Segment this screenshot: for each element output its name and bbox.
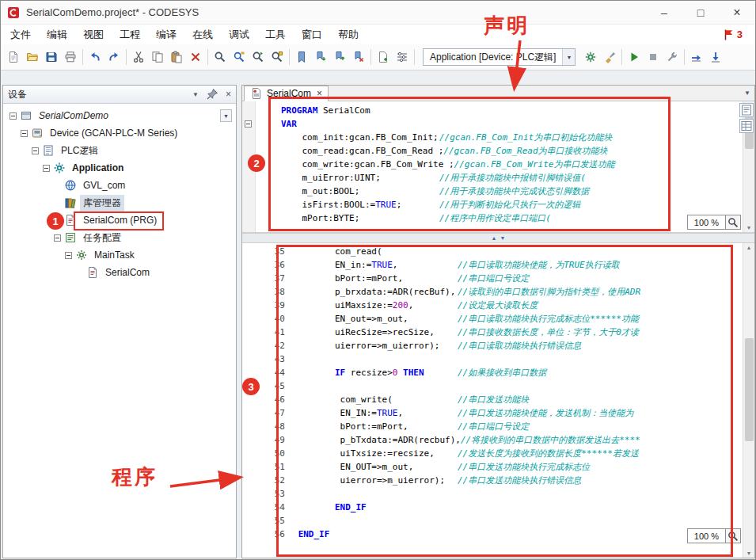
menu-item-9[interactable]: 帮助	[330, 25, 367, 44]
tabular-view-button[interactable]	[739, 119, 754, 133]
panel-close-icon[interactable]	[226, 89, 231, 100]
expander-icon[interactable]	[9, 112, 17, 120]
line-number: 40	[242, 312, 293, 326]
tree-row-device[interactable]: Device (GCAN-PLC-M Series)	[3, 124, 236, 142]
menu-item-3[interactable]: 工程	[112, 25, 148, 44]
undo-button[interactable]	[85, 48, 104, 67]
delete-button[interactable]	[186, 48, 205, 67]
menu-item-0[interactable]: 文件	[2, 25, 39, 44]
expander-icon[interactable]	[65, 252, 72, 259]
tree-row-maintask[interactable]: MainTask	[3, 246, 236, 264]
doc-view-button[interactable]	[739, 103, 754, 117]
splitter-down-icon[interactable]	[500, 235, 506, 241]
combo-dropdown-icon[interactable]	[562, 49, 575, 65]
menu-item-5[interactable]: 在线	[184, 25, 221, 44]
tree-root-dropdown-button[interactable]	[220, 109, 232, 122]
implementation-scrollbar[interactable]	[743, 243, 754, 558]
minimize-button[interactable]	[646, 1, 682, 24]
scroll-up-icon[interactable]	[747, 245, 752, 250]
step-into-button[interactable]	[706, 48, 725, 67]
properties-button[interactable]	[393, 48, 412, 67]
code-comment: //发送长度为接收到的数据长度******若发送	[458, 448, 639, 459]
menu-item-8[interactable]: 窗口	[294, 25, 330, 44]
fold-collapse-icon[interactable]	[245, 120, 252, 128]
declaration-zoom-button[interactable]	[726, 215, 741, 230]
tree-row-plc-logic[interactable]: PLC逻辑	[3, 142, 236, 159]
tree-row-gvl-com[interactable]: GVL_com	[3, 177, 236, 194]
expander-icon[interactable]	[32, 147, 39, 154]
code-line-50: 50 uiTxsize:=recsize,//发送长度为接收到的数据长度****…	[242, 447, 743, 460]
bookmark-toggle-button[interactable]	[292, 48, 311, 67]
redo-icon	[108, 51, 120, 63]
settings-button[interactable]	[663, 48, 682, 67]
editor-tabbar: SerialCom	[242, 86, 754, 101]
build-button[interactable]	[581, 48, 600, 67]
menu-item-4[interactable]: 编译	[148, 25, 184, 44]
scroll-down-icon[interactable]	[747, 550, 752, 556]
bookmark-prev-button[interactable]	[330, 48, 349, 67]
declaration-zoom-value[interactable]: 100 %	[687, 215, 726, 230]
find-replace-button[interactable]	[230, 48, 249, 67]
toolbar-separator	[82, 49, 83, 65]
code-line-3: com_init:gcan.FB_Com_Init;//gcan.FB_Com_…	[281, 131, 743, 144]
application-combo[interactable]: Application [Device: PLC逻辑]	[423, 48, 576, 66]
implementation-zoom-button[interactable]	[726, 528, 741, 543]
magnifier-icon	[727, 216, 739, 229]
scroll-thumb[interactable]	[745, 338, 754, 441]
maximize-button[interactable]	[682, 1, 719, 24]
tab-serialcom[interactable]: SerialCom	[244, 86, 329, 101]
implementation-code-area[interactable]: 35 com_read(36 EN_in:=TRUE,//串口读取功能块使能，为…	[242, 243, 743, 558]
menu-item-1[interactable]: 编辑	[39, 25, 75, 44]
expander-icon[interactable]	[54, 234, 61, 242]
paste-button[interactable]	[167, 48, 186, 67]
splitter-up-icon[interactable]	[492, 235, 497, 241]
pin-icon[interactable]	[206, 88, 218, 101]
code-comment: //串口发送功能块执行错误信息	[458, 475, 581, 486]
cut-button[interactable]	[129, 48, 148, 67]
code-line-9: mPort:BYTE;//程序中用作设定串口端口(	[281, 211, 743, 225]
line-number: 42	[242, 339, 293, 352]
new-project-button[interactable]	[4, 48, 23, 67]
menu-item-2[interactable]: 视图	[75, 25, 112, 44]
find-button[interactable]	[211, 48, 230, 67]
clean-button[interactable]	[600, 48, 619, 67]
device-panel-icons	[192, 88, 231, 101]
start-button[interactable]	[625, 48, 644, 67]
device-tree[interactable]: SerialComDemoDevice (GCAN-PLC-M Series)P…	[3, 104, 236, 558]
tab-list-chevron[interactable]	[744, 90, 750, 97]
tree-row-library-manager[interactable]: 库管理器	[3, 194, 236, 211]
expander-icon[interactable]	[43, 165, 50, 172]
step-over-button[interactable]	[687, 48, 706, 67]
copy-button[interactable]	[148, 48, 167, 67]
code-line-35: 35 com_read(	[242, 245, 743, 258]
panel-dropdown-icon[interactable]	[192, 91, 199, 98]
open-project-button[interactable]	[23, 48, 42, 67]
new-object-button[interactable]	[374, 48, 393, 67]
scroll-down-icon[interactable]	[747, 225, 752, 230]
close-button[interactable]	[719, 1, 755, 24]
tree-row-serialcom-prg[interactable]: SerialCom (PRG)	[3, 211, 236, 229]
menu-item-6[interactable]: 调试	[221, 25, 257, 44]
tree-row-project-root[interactable]: SerialComDemo	[3, 107, 236, 124]
redo-button[interactable]	[104, 48, 123, 67]
declaration-code-area[interactable]: PROGRAM SerialComVAR com_init:gcan.FB_Co…	[256, 101, 743, 232]
alert-flag[interactable]: 3	[723, 29, 743, 41]
find-next-button[interactable]	[249, 48, 268, 67]
print-button[interactable]	[61, 48, 80, 67]
bookmarks-clear-button[interactable]	[349, 48, 368, 67]
save-icon	[45, 51, 58, 63]
code-line-40: 40 EN_out=>m_out,//串口读取功能块执行完成标志位******功…	[242, 312, 743, 326]
editor-splitter[interactable]	[242, 233, 754, 243]
save-button[interactable]	[42, 48, 61, 67]
bookmark-next-button[interactable]	[311, 48, 330, 67]
stop-button[interactable]	[644, 48, 663, 67]
tree-row-task-configuration[interactable]: 任务配置	[3, 229, 236, 246]
main-area: 设备 SerialComDemoDevice (GCAN-PLC-M Serie…	[1, 70, 755, 560]
tab-close-button[interactable]	[317, 88, 322, 99]
expander-icon[interactable]	[21, 130, 28, 137]
implementation-zoom-value[interactable]: 100 %	[687, 528, 726, 543]
tree-row-serialcom-task[interactable]: SerialCom	[3, 264, 236, 281]
tree-row-application[interactable]: Application	[3, 159, 236, 177]
menu-item-7[interactable]: 工具	[257, 25, 294, 44]
search-all-button[interactable]	[268, 48, 287, 67]
